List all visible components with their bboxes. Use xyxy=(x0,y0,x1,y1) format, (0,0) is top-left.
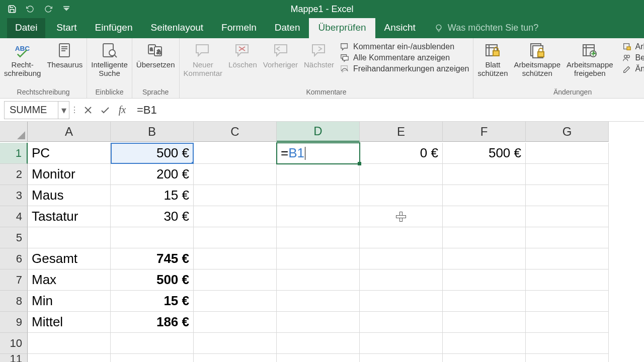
cell-a10[interactable] xyxy=(28,333,111,354)
cell-b6[interactable]: 745 € xyxy=(111,248,194,269)
tab-start[interactable]: Start xyxy=(47,17,86,38)
cell-b5[interactable] xyxy=(111,227,194,248)
cell-b8[interactable]: 15 € xyxy=(111,291,194,312)
row-header-7[interactable]: 7 xyxy=(0,269,28,291)
cell-c4[interactable] xyxy=(194,206,277,227)
cell-a5[interactable] xyxy=(28,227,111,248)
cell-e6[interactable] xyxy=(360,248,443,269)
row-header-5[interactable]: 5 xyxy=(0,227,28,248)
protect-sheet-button[interactable]: Blatt schützen xyxy=(477,40,508,77)
cell-c9[interactable] xyxy=(194,312,277,333)
cell-e11[interactable] xyxy=(360,354,443,362)
insert-function-button[interactable]: fx xyxy=(114,101,131,119)
formula-input[interactable]: =B1 xyxy=(131,104,644,117)
cell-f10[interactable] xyxy=(443,333,526,354)
cell-f8[interactable] xyxy=(443,291,526,312)
cell-b9[interactable]: 186 € xyxy=(111,312,194,333)
cell-c6[interactable] xyxy=(194,248,277,269)
cell-g4[interactable] xyxy=(526,206,609,227)
cell-f2[interactable] xyxy=(443,164,526,185)
cell-b2[interactable]: 200 € xyxy=(111,164,194,185)
cell-d7[interactable] xyxy=(277,269,360,291)
cell-a2[interactable]: Monitor xyxy=(28,164,111,185)
cell-c8[interactable] xyxy=(194,291,277,312)
cell-a6[interactable]: Gesamt xyxy=(28,248,111,269)
name-box[interactable]: SUMME ▾ xyxy=(4,101,69,119)
enter-formula-button[interactable] xyxy=(97,101,114,119)
show-all-comments-button[interactable]: Alle Kommentare anzeigen xyxy=(340,53,469,62)
cell-f6[interactable] xyxy=(443,248,526,269)
allow-users-button[interactable]: Benutzer xyxy=(622,53,644,62)
row-header-10[interactable]: 10 xyxy=(0,333,28,354)
cell-e9[interactable] xyxy=(360,312,443,333)
translate-button[interactable]: aあ Übersetzen xyxy=(136,40,175,69)
track-changes-button[interactable]: Änderun xyxy=(622,64,644,73)
cancel-formula-button[interactable] xyxy=(79,101,97,119)
tab-insert[interactable]: Einfügen xyxy=(86,17,141,38)
save-icon[interactable] xyxy=(7,4,17,14)
row-header-4[interactable]: 4 xyxy=(0,206,28,227)
cell-c2[interactable] xyxy=(194,164,277,185)
cell-a8[interactable]: Min xyxy=(28,291,111,312)
cell-d3[interactable] xyxy=(277,185,360,206)
row-header-9[interactable]: 9 xyxy=(0,312,28,333)
cell-d2[interactable] xyxy=(277,164,360,185)
cell-d4[interactable] xyxy=(277,206,360,227)
row-header-6[interactable]: 6 xyxy=(0,248,28,269)
cell-d6[interactable] xyxy=(277,248,360,269)
cell-f5[interactable] xyxy=(443,227,526,248)
cell-f7[interactable] xyxy=(443,269,526,291)
cell-b1[interactable]: 500 € xyxy=(111,143,194,164)
share-workbook-button[interactable]: Arbeitsmappe freigeben xyxy=(567,40,613,77)
cell-b11[interactable] xyxy=(111,354,194,362)
cell-e4[interactable] xyxy=(360,206,443,227)
col-header-b[interactable]: B xyxy=(111,122,194,142)
col-header-f[interactable]: F xyxy=(443,122,526,142)
cell-e5[interactable] xyxy=(360,227,443,248)
cell-b4[interactable]: 30 € xyxy=(111,206,194,227)
cell-g6[interactable] xyxy=(526,248,609,269)
cell-a4[interactable]: Tastatur xyxy=(28,206,111,227)
cell-g9[interactable] xyxy=(526,312,609,333)
tell-me-search[interactable]: Was möchten Sie tun? xyxy=(435,18,538,38)
cell-b7[interactable]: 500 € xyxy=(111,269,194,291)
cell-g8[interactable] xyxy=(526,291,609,312)
undo-icon[interactable] xyxy=(25,4,35,14)
cell-c5[interactable] xyxy=(194,227,277,248)
cell-g7[interactable] xyxy=(526,269,609,291)
cell-g2[interactable] xyxy=(526,164,609,185)
col-header-g[interactable]: G xyxy=(526,122,609,142)
cell-f3[interactable] xyxy=(443,185,526,206)
cell-b3[interactable]: 15 € xyxy=(111,185,194,206)
protect-share-button[interactable]: Arbeitsm xyxy=(622,42,644,51)
cell-e2[interactable] xyxy=(360,164,443,185)
cell-d11[interactable] xyxy=(277,354,360,362)
cell-g10[interactable] xyxy=(526,333,609,354)
tab-formulas[interactable]: Formeln xyxy=(212,17,266,38)
cell-d10[interactable] xyxy=(277,333,360,354)
cell-g1[interactable] xyxy=(526,143,609,164)
cell-d9[interactable] xyxy=(277,312,360,333)
cell-c1[interactable] xyxy=(194,143,277,164)
row-header-3[interactable]: 3 xyxy=(0,185,28,206)
col-header-e[interactable]: E xyxy=(360,122,443,142)
row-header-11[interactable]: 11 xyxy=(0,354,28,362)
col-header-a[interactable]: A xyxy=(28,122,111,142)
cell-g11[interactable] xyxy=(526,354,609,362)
tab-review[interactable]: Überprüfen xyxy=(309,17,375,38)
cell-a7[interactable]: Max xyxy=(28,269,111,291)
cell-e3[interactable] xyxy=(360,185,443,206)
cell-g5[interactable] xyxy=(526,227,609,248)
protect-workbook-button[interactable]: Arbeitsmappe schützen xyxy=(514,40,560,77)
cell-d5[interactable] xyxy=(277,227,360,248)
cell-a9[interactable]: Mittel xyxy=(28,312,111,333)
col-header-d[interactable]: D xyxy=(277,122,360,142)
tab-view[interactable]: Ansicht xyxy=(375,17,425,38)
cell-f1[interactable]: 500 € xyxy=(443,143,526,164)
cell-c10[interactable] xyxy=(194,333,277,354)
select-all-corner[interactable] xyxy=(0,122,28,142)
tab-file[interactable]: Datei xyxy=(7,17,45,38)
tab-pagelayout[interactable]: Seitenlayout xyxy=(142,17,213,38)
cell-c11[interactable] xyxy=(194,354,277,362)
smart-lookup-button[interactable]: Intelligente Suche xyxy=(91,40,128,77)
